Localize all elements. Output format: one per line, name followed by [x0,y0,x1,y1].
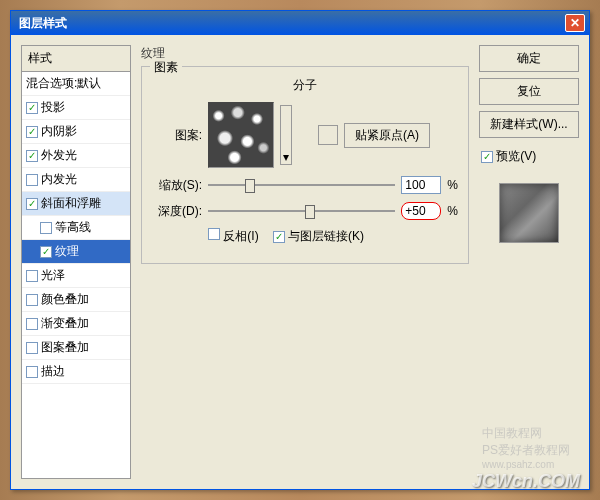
checkbox-icon[interactable]: ✓ [26,102,38,114]
checkbox-icon[interactable]: ✓ [26,150,38,162]
style-item-inner-glow[interactable]: 内发光 [22,168,130,192]
dialog-body: 样式 混合选项:默认 ✓投影 ✓内阴影 ✓外发光 内发光 ✓斜面和浮雕 等高线 … [11,35,589,489]
style-item-outer-glow[interactable]: ✓外发光 [22,144,130,168]
molecule-label: 分子 [152,77,458,94]
center-panel: 纹理 图素 分子 图案: ▾ 贴紧原点(A) 缩放(S): [141,45,469,479]
style-item-inner-shadow[interactable]: ✓内阴影 [22,120,130,144]
checks-row: 反相(I) ✓ 与图层链接(K) [152,228,458,245]
cancel-button[interactable]: 复位 [479,78,579,105]
slider-track [208,184,395,186]
invert-check[interactable]: 反相(I) [208,228,259,245]
checkbox-icon[interactable] [26,174,38,186]
checkbox-icon[interactable] [26,366,38,378]
new-pattern-button[interactable] [318,125,338,145]
new-style-button[interactable]: 新建样式(W)... [479,111,579,138]
preview-check[interactable]: ✓ 预览(V) [479,144,579,169]
close-icon: ✕ [570,16,580,30]
style-item-drop-shadow[interactable]: ✓投影 [22,96,130,120]
style-item-texture[interactable]: ✓纹理 [22,240,130,264]
depth-row: 深度(D): % [152,202,458,220]
style-item-bevel-emboss[interactable]: ✓斜面和浮雕 [22,192,130,216]
texture-group: 图素 分子 图案: ▾ 贴紧原点(A) 缩放(S): [141,66,469,264]
depth-label: 深度(D): [152,203,202,220]
checkbox-icon[interactable]: ✓ [26,126,38,138]
section-title: 纹理 [141,45,469,62]
checkbox-icon[interactable] [26,342,38,354]
scale-row: 缩放(S): % [152,176,458,194]
pattern-label: 图案: [152,127,202,144]
style-item-stroke[interactable]: 描边 [22,360,130,384]
titlebar: 图层样式 ✕ [11,11,589,35]
blend-options-item[interactable]: 混合选项:默认 [22,72,130,96]
right-panel: 确定 复位 新建样式(W)... ✓ 预览(V) [479,45,579,479]
style-item-satin[interactable]: 光泽 [22,264,130,288]
dialog-title: 图层样式 [15,15,565,32]
checkbox-icon: ✓ [273,231,285,243]
percent-label: % [447,204,458,218]
percent-label: % [447,178,458,192]
layer-style-dialog: 图层样式 ✕ 样式 混合选项:默认 ✓投影 ✓内阴影 ✓外发光 内发光 ✓斜面和… [10,10,590,490]
checkbox-icon[interactable] [40,222,52,234]
scale-slider[interactable] [208,176,395,194]
watermark-main: JCWcn.COM [472,471,580,492]
checkbox-icon[interactable]: ✓ [40,246,52,258]
link-check[interactable]: ✓ 与图层链接(K) [273,228,364,245]
checkbox-icon: ✓ [481,151,493,163]
close-button[interactable]: ✕ [565,14,585,32]
pattern-preview[interactable] [208,102,274,168]
chevron-down-icon: ▾ [283,150,289,164]
style-item-color-overlay[interactable]: 颜色叠加 [22,288,130,312]
checkbox-icon[interactable] [26,270,38,282]
style-list: 混合选项:默认 ✓投影 ✓内阴影 ✓外发光 内发光 ✓斜面和浮雕 等高线 ✓纹理… [22,72,130,384]
slider-thumb[interactable] [305,205,315,219]
depth-slider[interactable] [208,202,395,220]
snap-origin-button[interactable]: 贴紧原点(A) [344,123,430,148]
checkbox-icon[interactable] [26,318,38,330]
scale-label: 缩放(S): [152,177,202,194]
preview-swatch [499,183,559,243]
pattern-dropdown[interactable]: ▾ [280,105,292,165]
watermark-cn: 中国教程网 PS爱好者教程网 www.psahz.com [482,425,570,470]
ok-button[interactable]: 确定 [479,45,579,72]
styles-panel: 样式 混合选项:默认 ✓投影 ✓内阴影 ✓外发光 内发光 ✓斜面和浮雕 等高线 … [21,45,131,479]
style-item-contour[interactable]: 等高线 [22,216,130,240]
styles-header: 样式 [22,46,130,72]
checkbox-icon[interactable]: ✓ [26,198,38,210]
checkbox-icon[interactable] [26,294,38,306]
scale-input[interactable] [401,176,441,194]
group-label: 图素 [150,59,182,76]
slider-track [208,210,395,212]
slider-thumb[interactable] [245,179,255,193]
pattern-row: 图案: ▾ 贴紧原点(A) [152,102,458,168]
style-item-pattern-overlay[interactable]: 图案叠加 [22,336,130,360]
depth-input[interactable] [401,202,441,220]
style-item-gradient-overlay[interactable]: 渐变叠加 [22,312,130,336]
checkbox-icon [208,228,220,240]
